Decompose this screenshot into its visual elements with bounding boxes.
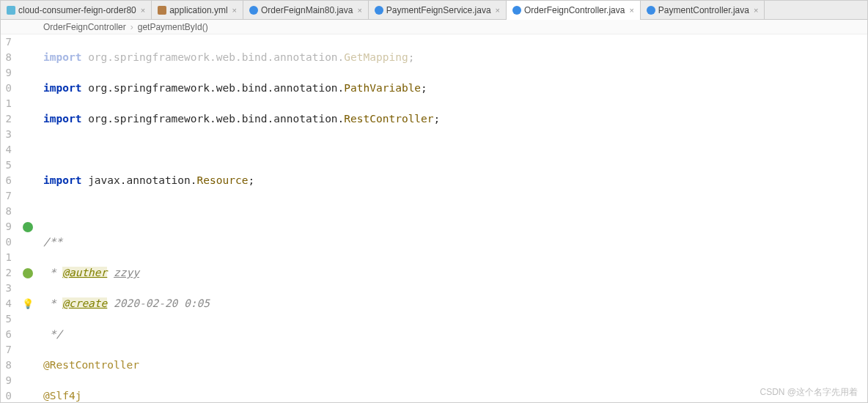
watermark: CSDN @这个名字先用着 xyxy=(760,386,858,399)
tab-label: application.yml xyxy=(169,5,227,15)
yml-icon xyxy=(158,6,166,15)
tab-label: OrderFeignMain80.java xyxy=(261,5,353,15)
code-area[interactable]: import org.springframework.web.bind.anno… xyxy=(42,34,867,402)
tab-yml[interactable]: application.yml× xyxy=(152,1,243,20)
breadcrumb-class[interactable]: OrderFeignController xyxy=(43,22,126,32)
class-marker-icon[interactable] xyxy=(23,222,33,232)
close-icon[interactable]: × xyxy=(141,6,145,15)
editor[interactable]: 789012345678901234567890 💡 import org.sp… xyxy=(1,34,867,402)
close-icon[interactable]: × xyxy=(496,6,500,15)
editor-tabs: cloud-consumer-feign-order80× applicatio… xyxy=(1,1,867,20)
close-icon[interactable]: × xyxy=(754,6,758,15)
bulb-icon[interactable]: 💡 xyxy=(22,296,34,311)
module-icon xyxy=(7,6,15,15)
tab-label: PaymentController.java xyxy=(658,5,749,15)
tab-java-3[interactable]: PaymentController.java× xyxy=(641,1,765,20)
tab-label: OrderFeignController.java xyxy=(524,5,625,15)
tab-java-2[interactable]: PaymentFeignService.java× xyxy=(369,1,507,20)
close-icon[interactable]: × xyxy=(357,6,361,15)
tab-label: cloud-consumer-feign-order80 xyxy=(18,5,136,15)
java-icon xyxy=(375,6,383,15)
tab-java-1[interactable]: OrderFeignMain80.java× xyxy=(243,1,369,20)
java-icon xyxy=(249,6,258,15)
close-icon[interactable]: × xyxy=(232,6,237,15)
java-icon xyxy=(512,6,521,15)
breadcrumb: OrderFeignController › getPaymentById() xyxy=(1,20,867,34)
run-marker-icon[interactable] xyxy=(23,268,33,278)
breadcrumb-method[interactable]: getPaymentById() xyxy=(138,22,208,32)
tab-label: PaymentFeignService.java xyxy=(386,5,491,15)
java-icon xyxy=(647,6,655,15)
close-icon[interactable]: × xyxy=(629,6,633,15)
tab-java-active[interactable]: OrderFeignController.java× xyxy=(507,1,641,20)
line-numbers: 789012345678901234567890 xyxy=(1,34,14,402)
chevron-right-icon: › xyxy=(130,22,133,32)
tab-module[interactable]: cloud-consumer-feign-order80× xyxy=(1,1,152,20)
gutter-marks: 💡 xyxy=(14,34,42,402)
